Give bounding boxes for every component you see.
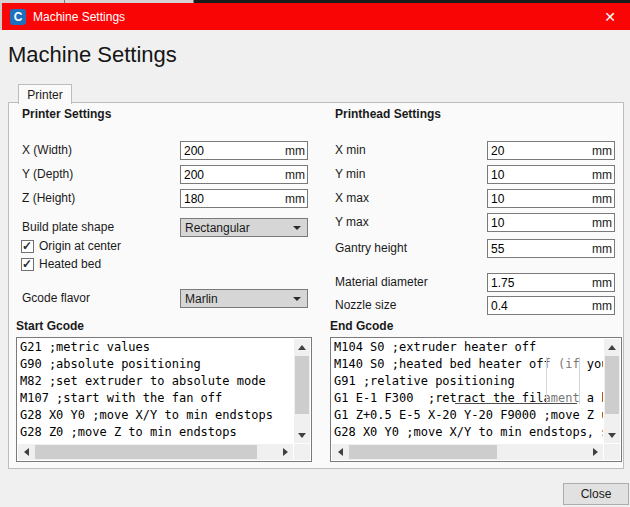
start-gcode-vertical-scrollbar[interactable]	[294, 339, 310, 443]
chevron-down-icon	[293, 297, 301, 301]
unit-label: mm	[285, 168, 307, 182]
x-min-field[interactable]: mm	[487, 141, 615, 160]
scrollbar-corner	[294, 444, 310, 460]
unit-label: mm	[285, 192, 307, 206]
x-min-label: X min	[335, 141, 366, 160]
gantry-height-input[interactable]	[488, 241, 592, 256]
x-width-label: X (Width)	[22, 141, 72, 160]
window-titlebar: C Machine Settings ✕	[0, 3, 630, 30]
gantry-height-field[interactable]: mm	[487, 239, 615, 258]
unit-label: mm	[592, 242, 614, 256]
build-plate-shape-label: Build plate shape	[22, 218, 114, 237]
y-depth-label: Y (Depth)	[22, 165, 73, 184]
y-max-field[interactable]: mm	[487, 213, 615, 232]
scroll-up-arrow[interactable]	[604, 339, 620, 355]
cura-app-icon: C	[10, 9, 26, 25]
end-gcode-title: End Gcode	[330, 319, 393, 333]
unit-label: mm	[592, 276, 614, 290]
heated-bed-row: Heated bed	[21, 257, 101, 271]
gcode-flavor-value: Marlin	[181, 292, 293, 306]
heated-bed-checkbox[interactable]	[21, 258, 34, 271]
y-max-input[interactable]	[488, 215, 592, 230]
vertical-scroll-thumb[interactable]	[295, 356, 309, 414]
x-max-field[interactable]: mm	[487, 189, 615, 208]
scroll-right-arrow[interactable]	[587, 444, 603, 460]
start-gcode-horizontal-scrollbar[interactable]	[18, 444, 293, 460]
origin-at-center-checkbox[interactable]	[21, 240, 34, 253]
start-gcode-text[interactable]: G21 ;metric values G90 ;absolute positio…	[20, 339, 293, 443]
end-gcode-editor[interactable]: M104 S0 ;extruder heater off M140 S0 ;he…	[330, 337, 622, 462]
scroll-right-arrow[interactable]	[277, 444, 293, 460]
vertical-scroll-thumb[interactable]	[605, 356, 619, 414]
scroll-left-arrow[interactable]	[332, 444, 348, 460]
end-gcode-text[interactable]: M104 S0 ;extruder heater off M140 S0 ;he…	[334, 339, 603, 443]
window-title: Machine Settings	[33, 10, 125, 24]
z-height-input[interactable]	[181, 191, 285, 206]
window-edge	[0, 3, 2, 30]
gcode-flavor-dropdown[interactable]: Marlin	[180, 289, 308, 308]
gantry-height-label: Gantry height	[335, 239, 407, 258]
nozzle-size-input[interactable]	[488, 298, 592, 313]
origin-at-center-row: Origin at center	[21, 239, 121, 253]
gcode-flavor-label: Gcode flavor	[22, 289, 90, 308]
x-max-label: X max	[335, 189, 369, 208]
material-diameter-label: Material diameter	[335, 273, 428, 292]
z-height-field[interactable]: mm	[180, 189, 308, 208]
z-height-label: Z (Height)	[22, 189, 75, 208]
chevron-down-icon	[293, 226, 301, 230]
origin-at-center-label: Origin at center	[39, 239, 121, 253]
close-button[interactable]: Close	[563, 483, 629, 505]
end-gcode-horizontal-scrollbar[interactable]	[332, 444, 603, 460]
scroll-down-arrow[interactable]	[604, 427, 620, 443]
material-diameter-input[interactable]	[488, 275, 592, 290]
y-min-field[interactable]: mm	[487, 165, 615, 184]
y-depth-field[interactable]: mm	[180, 165, 308, 184]
x-max-input[interactable]	[488, 191, 592, 206]
horizontal-scroll-thumb[interactable]	[349, 445, 497, 459]
window-close-icon[interactable]: ✕	[596, 3, 624, 30]
page-title: Machine Settings	[8, 42, 177, 68]
nozzle-size-label: Nozzle size	[335, 296, 396, 315]
y-max-label: Y max	[335, 213, 369, 232]
y-min-label: Y min	[335, 165, 365, 184]
start-gcode-editor[interactable]: G21 ;metric values G90 ;absolute positio…	[16, 337, 312, 462]
start-gcode-title: Start Gcode	[16, 319, 84, 333]
horizontal-scroll-thumb[interactable]	[35, 445, 257, 459]
build-plate-shape-value: Rectangular	[181, 221, 293, 235]
printhead-settings-title: Printhead Settings	[335, 107, 441, 121]
y-min-input[interactable]	[488, 167, 592, 182]
unit-label: mm	[592, 144, 614, 158]
y-depth-input[interactable]	[181, 167, 285, 182]
scrollbar-corner	[604, 444, 620, 460]
build-plate-shape-dropdown[interactable]: Rectangular	[180, 218, 308, 237]
x-width-input[interactable]	[181, 143, 285, 158]
nozzle-size-field[interactable]: mm	[487, 296, 615, 315]
heated-bed-label: Heated bed	[39, 257, 101, 271]
unit-label: mm	[592, 192, 614, 206]
machine-settings-dialog: C Machine Settings ✕ Machine Settings Pr…	[0, 0, 630, 507]
scroll-left-arrow[interactable]	[18, 444, 34, 460]
end-gcode-vertical-scrollbar[interactable]	[604, 339, 620, 443]
unit-label: mm	[592, 216, 614, 230]
printer-settings-title: Printer Settings	[22, 107, 111, 121]
unit-label: mm	[592, 168, 614, 182]
unit-label: mm	[592, 299, 614, 313]
tab-printer[interactable]: Printer	[18, 84, 72, 104]
unit-label: mm	[285, 144, 307, 158]
material-diameter-field[interactable]: mm	[487, 273, 615, 292]
x-min-input[interactable]	[488, 143, 592, 158]
scroll-down-arrow[interactable]	[294, 427, 310, 443]
x-width-field[interactable]: mm	[180, 141, 308, 160]
scroll-up-arrow[interactable]	[294, 339, 310, 355]
